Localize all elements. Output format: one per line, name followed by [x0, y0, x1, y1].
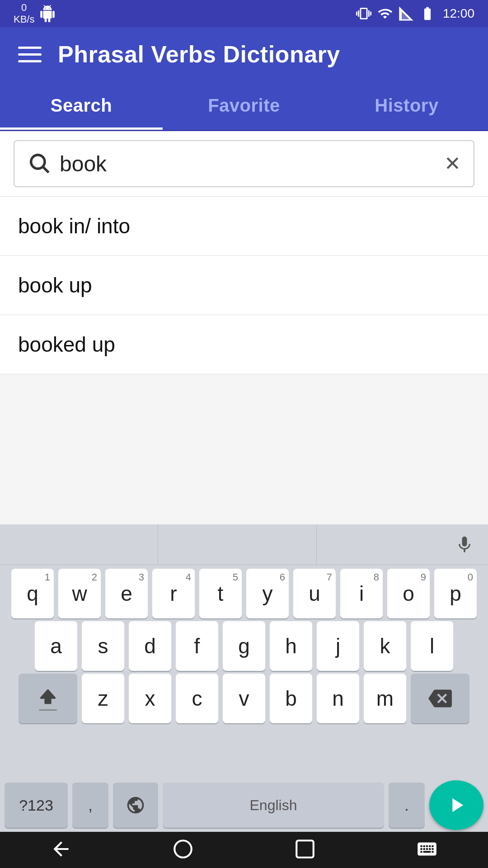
- signal-icon: [399, 6, 414, 21]
- prediction-bar: [0, 524, 488, 565]
- key-e[interactable]: 3e: [105, 569, 148, 618]
- status-icons: [356, 6, 436, 21]
- menu-button[interactable]: [18, 47, 42, 62]
- svg-point-0: [31, 155, 45, 169]
- key-o[interactable]: 9o: [387, 569, 430, 618]
- suggestion-item[interactable]: book up: [0, 256, 488, 315]
- key-r[interactable]: 4r: [152, 569, 195, 618]
- search-container: ✕: [0, 131, 488, 197]
- tab-search[interactable]: Search: [0, 81, 163, 130]
- key-i[interactable]: 8i: [340, 569, 383, 618]
- key-u[interactable]: 7u: [293, 569, 336, 618]
- back-button[interactable]: [50, 838, 72, 862]
- key-l[interactable]: l: [411, 621, 453, 671]
- app-bar: Phrasal Verbs Dictionary: [0, 27, 488, 81]
- key-z[interactable]: z: [82, 674, 124, 723]
- num-sym-key[interactable]: ?123: [5, 783, 68, 828]
- key-t[interactable]: 5t: [199, 569, 242, 618]
- key-j[interactable]: j: [317, 621, 359, 671]
- keyboard: 1q 2w 3e 4r 5t 6y 7u 8i 9o 0p a s d f g …: [0, 524, 488, 832]
- suggestion-item[interactable]: book in/ into: [0, 197, 488, 256]
- key-row-1: 1q 2w 3e 4r 5t 6y 7u 8i 9o 0p: [5, 569, 483, 618]
- globe-key[interactable]: [113, 783, 158, 828]
- home-button[interactable]: [172, 838, 194, 862]
- period-key[interactable]: .: [389, 783, 425, 828]
- comma-key[interactable]: ,: [72, 783, 108, 828]
- key-m[interactable]: m: [364, 674, 406, 723]
- keyboard-toggle[interactable]: [416, 838, 438, 862]
- keys-area: 1q 2w 3e 4r 5t 6y 7u 8i 9o 0p a s d f g …: [0, 565, 488, 778]
- key-x[interactable]: x: [129, 674, 171, 723]
- app-title: Phrasal Verbs Dictionary: [58, 41, 340, 68]
- search-box: ✕: [14, 140, 474, 187]
- key-row-2: a s d f g h j k l: [5, 621, 483, 671]
- status-bar: 0KB/s 12:00: [0, 0, 488, 27]
- key-f[interactable]: f: [176, 621, 218, 671]
- key-b[interactable]: b: [270, 674, 312, 723]
- prediction-1[interactable]: [0, 524, 158, 565]
- key-k[interactable]: k: [364, 621, 406, 671]
- tab-favorite[interactable]: Favorite: [163, 81, 325, 130]
- key-d[interactable]: d: [129, 621, 171, 671]
- spacebar[interactable]: English: [163, 783, 384, 828]
- svg-line-1: [43, 167, 49, 173]
- backspace-key[interactable]: [411, 674, 469, 723]
- tab-bar: Search Favorite History: [0, 81, 488, 131]
- keyboard-bottom-row: ?123 , English .: [0, 778, 488, 832]
- status-right: 12:00: [356, 6, 474, 21]
- microphone-button[interactable]: [317, 524, 488, 565]
- key-c[interactable]: c: [176, 674, 218, 723]
- key-n[interactable]: n: [317, 674, 359, 723]
- key-row-3: z x c v b n m: [5, 674, 483, 723]
- vibrate-icon: [356, 6, 371, 21]
- clear-button[interactable]: ✕: [444, 154, 461, 174]
- android-icon: [39, 5, 56, 22]
- key-s[interactable]: s: [82, 621, 124, 671]
- key-y[interactable]: 6y: [246, 569, 289, 618]
- enter-key[interactable]: [429, 780, 483, 830]
- recents-button[interactable]: [294, 838, 316, 862]
- suggestion-item[interactable]: booked up: [0, 315, 488, 374]
- key-a[interactable]: a: [35, 621, 77, 671]
- key-p[interactable]: 0p: [434, 569, 477, 618]
- key-h[interactable]: h: [270, 621, 312, 671]
- key-g[interactable]: g: [223, 621, 265, 671]
- svg-point-2: [174, 840, 192, 858]
- nav-bar: [0, 832, 488, 868]
- tab-history[interactable]: History: [325, 81, 488, 130]
- key-q[interactable]: 1q: [11, 569, 54, 618]
- suggestion-list: book in/ into book up booked up: [0, 197, 488, 374]
- search-icon: [27, 151, 51, 176]
- svg-rect-3: [296, 840, 314, 858]
- status-time: 12:00: [443, 6, 474, 21]
- shift-key[interactable]: [19, 674, 77, 723]
- status-left: 0KB/s: [14, 2, 56, 26]
- wifi-icon: [376, 6, 394, 21]
- battery-icon: [418, 6, 436, 21]
- key-w[interactable]: 2w: [58, 569, 101, 618]
- status-kb: 0KB/s: [14, 2, 34, 26]
- key-v[interactable]: v: [223, 674, 265, 723]
- prediction-2[interactable]: [158, 524, 316, 565]
- search-input[interactable]: [60, 151, 435, 176]
